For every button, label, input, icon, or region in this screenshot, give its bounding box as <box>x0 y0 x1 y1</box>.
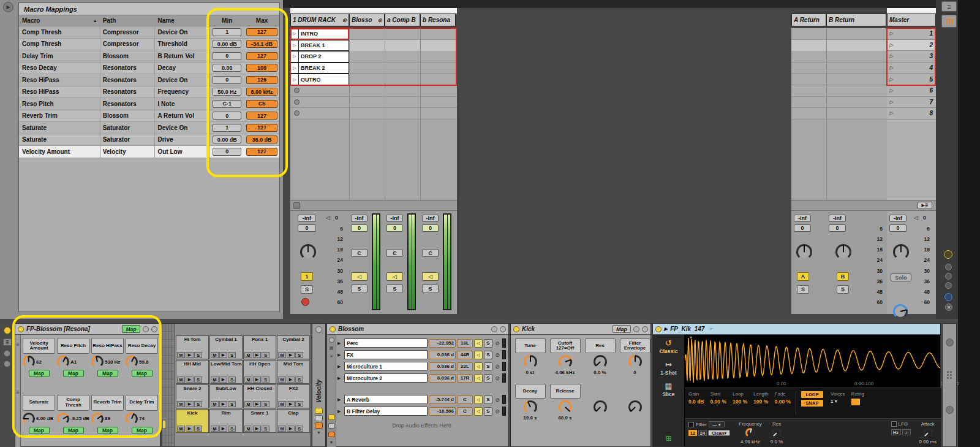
min-value-field[interactable]: 1 <box>213 124 241 132</box>
device-on-icon[interactable] <box>655 326 662 332</box>
crossfade-assign-button[interactable]: C <box>351 249 368 257</box>
max-value-field[interactable]: 127 <box>246 112 277 120</box>
fold-chevron-icon[interactable]: ▼ <box>312 430 325 435</box>
peak-level-field[interactable]: -Inf <box>351 215 368 222</box>
frequency-value[interactable]: 4.06 kHz <box>741 439 760 445</box>
parameter-knob[interactable] <box>524 400 537 414</box>
parameter-value-field[interactable]: 0.00 % <box>775 399 791 405</box>
pad-solo-button[interactable]: S <box>228 376 236 383</box>
scene-play-icon[interactable]: ▷ <box>889 88 893 93</box>
scene-play-icon[interactable]: ▷ <box>889 99 893 105</box>
pad-solo-button[interactable]: S <box>295 401 303 407</box>
max-value-field[interactable]: 36.0 dB <box>246 136 277 143</box>
macro-mappings-title-bar[interactable]: Macro Mappings <box>19 3 279 15</box>
pad-solo-button[interactable]: S <box>194 426 202 432</box>
macro-mapping-row[interactable]: Saturate Saturator Drive 0.00 dB 36.0 dB <box>19 134 279 147</box>
drum-pad[interactable]: Snare 2 M ▶ S <box>176 384 209 408</box>
drum-pad[interactable]: Cymbal 2 M ▶ S <box>277 335 310 359</box>
clip-slot[interactable]: ▷ BREAK 1 <box>290 40 349 52</box>
macro-mapping-row[interactable]: Velocity Amount Velocity Out Low 0 127 <box>19 146 279 158</box>
pad-solo-button[interactable]: S <box>295 376 303 383</box>
io-mini-icon[interactable] <box>328 415 335 420</box>
chain-activator-icon[interactable]: ◁ <box>474 374 483 383</box>
solo-button[interactable]: S <box>797 285 809 294</box>
drum-pad[interactable]: Hi Tom M ▶ S <box>176 335 209 359</box>
tab-classic[interactable]: ↺ Classic <box>660 338 678 354</box>
pad-play-icon[interactable]: ▶ <box>287 376 295 383</box>
chain-row[interactable]: ▶ Microculture 1 0.036 d 22L ◁ S ⊘ <box>337 361 506 372</box>
solo-mini-icon[interactable] <box>315 415 323 421</box>
chain-name[interactable]: A Reverb <box>344 395 428 404</box>
column-header-name[interactable]: Name <box>155 15 209 26</box>
max-value-field[interactable]: C5 <box>246 100 277 108</box>
parameter-knob[interactable] <box>559 400 572 414</box>
pad-mute-button[interactable]: M <box>278 401 286 407</box>
macro-name[interactable]: Reso Decay <box>126 338 158 354</box>
parameter-value[interactable]: 0.0 % <box>594 370 606 375</box>
min-value-field[interactable]: 1 <box>213 28 241 36</box>
max-value-field[interactable]: -34.1 dB <box>246 40 277 48</box>
save-preset-icon[interactable] <box>151 326 157 332</box>
hot-swap-icon[interactable] <box>491 326 497 332</box>
scene-row[interactable]: ▷ 1 <box>887 28 936 40</box>
pad-mute-button[interactable]: M <box>177 376 185 383</box>
crossfader-toggle-icon[interactable] <box>944 293 952 301</box>
pad-overview[interactable] <box>162 324 175 446</box>
chain-fold-icon[interactable]: ▶ <box>337 409 343 414</box>
pad-mute-button[interactable]: M <box>177 426 185 432</box>
macro-map-button[interactable]: Map <box>63 370 84 377</box>
chain-row[interactable]: ▶ Microculture 2 0.036 d 17R ◁ S ⊘ <box>337 373 506 383</box>
save-rail-icon[interactable] <box>4 361 10 367</box>
solo-button[interactable]: S <box>351 285 368 293</box>
macro-value[interactable]: 59.8 <box>139 359 149 365</box>
macro-mapping-row[interactable]: Reso Decay Resonators Decay 0.00 100 <box>19 63 279 75</box>
voices-select[interactable]: 1 ▾ <box>831 399 845 404</box>
pan-knob[interactable] <box>300 244 316 260</box>
pad-play-icon[interactable]: ▶ <box>287 352 295 358</box>
macro-map-button[interactable]: Map <box>29 427 50 434</box>
preview-volume-knob[interactable] <box>893 304 908 319</box>
parameter-value[interactable]: 0 <box>633 370 636 375</box>
pad-mute-button[interactable]: M <box>177 401 185 407</box>
peak-level-field[interactable]: -Inf <box>889 215 907 222</box>
max-value-field[interactable]: 127 <box>246 148 277 156</box>
scene-row[interactable]: ▷ 2 <box>887 40 936 52</box>
instrument-icon[interactable]: ⊙ <box>342 17 347 23</box>
macro-name[interactable]: Saturate <box>23 395 55 411</box>
res-value[interactable]: 0.0 % <box>771 439 783 445</box>
macro-map-button[interactable]: Map <box>29 370 50 377</box>
retrig-toggle[interactable] <box>851 399 860 405</box>
peak-level-field[interactable]: -Inf <box>386 215 403 222</box>
drop-area-hint[interactable]: Drop Audio Effects Here <box>337 422 506 429</box>
pad-mute-button[interactable]: M <box>244 426 252 432</box>
chain-solo-button[interactable]: S <box>484 351 492 359</box>
device-on-icon[interactable] <box>315 326 322 333</box>
macro-map-button[interactable]: Map <box>132 370 153 377</box>
scene-row[interactable]: ▷ 8 <box>887 108 936 120</box>
macro-name[interactable]: Comp Thresh <box>57 395 89 411</box>
pad-mute-button[interactable]: M <box>244 376 252 383</box>
peak-level-field[interactable]: -Inf <box>422 215 439 222</box>
slope-12-button[interactable]: 12 <box>688 430 697 436</box>
pan-knob[interactable] <box>796 244 812 260</box>
pad-solo-button[interactable]: S <box>228 426 236 432</box>
max-value-field[interactable]: 127 <box>246 28 277 36</box>
clip-stop-button[interactable] <box>294 88 300 93</box>
pad-play-icon[interactable]: ▶ <box>186 401 194 407</box>
clip-view-icon[interactable]: ≣ <box>3 338 12 346</box>
pad-play-icon[interactable]: ▶ <box>253 352 261 358</box>
parameter-knob[interactable] <box>594 400 607 414</box>
parameter-value[interactable]: 4.06 kHz <box>555 370 575 375</box>
parameter-value[interactable]: 60.0 s <box>558 415 571 421</box>
chain-fold-icon[interactable]: ▶ <box>337 341 343 346</box>
chain-hotswap-icon[interactable]: ⊘ <box>494 375 501 381</box>
macro-mapping-row[interactable]: Saturate Saturator Device On 1 127 <box>19 122 279 134</box>
chain-fold-icon[interactable]: ▶ <box>337 376 343 381</box>
chain-hotswap-icon[interactable]: ⊘ <box>494 408 501 415</box>
fold-chevron-icon[interactable]: ▼ <box>330 440 334 445</box>
slope-24-button[interactable]: 24 <box>698 430 707 436</box>
column-header-max[interactable]: Max <box>244 17 279 24</box>
lfo-checkbox[interactable] <box>891 421 897 427</box>
min-value-field[interactable]: 0.00 dB <box>213 40 241 48</box>
master-track-header[interactable]: Master <box>887 13 936 26</box>
